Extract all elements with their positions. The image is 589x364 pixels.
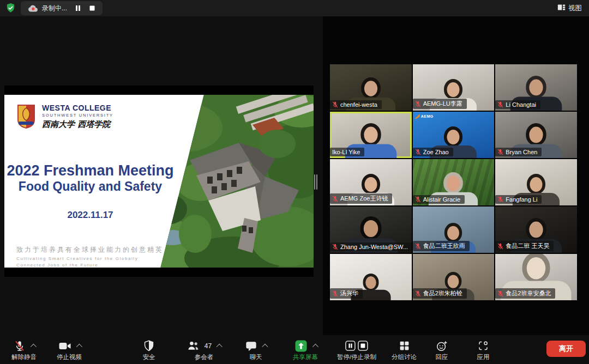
muted-mic-icon — [415, 290, 421, 297]
toolbar-pause-stop-recording-button[interactable]: 暂停/停止录制 — [337, 338, 376, 361]
breakout-icon — [399, 340, 410, 351]
cloud-recording-icon — [28, 4, 39, 12]
meeting-secure-shield-icon — [5, 3, 16, 13]
toolbar-reactions-button[interactable]: 回应 — [436, 338, 448, 361]
participant-name: Iko-LI Yike — [332, 149, 360, 155]
participant-tile[interactable]: 食品二班 王天昊 — [495, 207, 577, 253]
participant-name-tag: 食品2班章安桑北 — [495, 288, 555, 299]
toolbar-breakout-rooms-button[interactable]: 分组讨论 — [392, 338, 417, 361]
participant-name: Zoe Zhao — [423, 149, 449, 155]
participant-name-tag: chenfei-westa — [330, 100, 382, 109]
panel-resize-handle[interactable] — [314, 174, 317, 190]
toolbar-label: 应用 — [477, 353, 490, 361]
muted-mic-icon — [332, 196, 338, 202]
participant-name: Alistair Gracie — [423, 196, 460, 203]
chevron-up-icon[interactable] — [312, 343, 318, 349]
muted-mic-icon — [497, 149, 503, 155]
participant-name-tag: Alistair Gracie — [413, 195, 465, 204]
participant-name: 食品2班章安桑北 — [506, 289, 551, 298]
participant-name-tag: 汤兴华 — [330, 288, 363, 299]
participant-tile[interactable]: Li Changtai — [495, 64, 577, 111]
slide-footer: 致力于培养具有全球择业能力的创意精英 Cultivating Smart Cre… — [16, 245, 164, 268]
muted-mic-icon — [497, 101, 503, 108]
presentation-slide: WESTA COLLEGE SOUTHWEST UNIVERSITY 西南大学 … — [4, 95, 314, 268]
participant-name: AEMG Zoe王诗锐 — [340, 195, 388, 203]
participant-name: AEMG-LU李露 — [423, 100, 462, 108]
participant-tile[interactable]: Fangfang Li — [495, 159, 577, 205]
logo-subtitle: SOUTHWEST UNIVERSITY — [42, 113, 113, 118]
leave-meeting-button[interactable]: 离开 — [546, 341, 586, 357]
muted-mic-icon — [332, 244, 338, 250]
muted-mic-icon — [415, 149, 421, 155]
participant-tile[interactable]: Bryan Chen — [495, 112, 577, 158]
toolbar-chat-button[interactable]: 聊天 — [245, 338, 267, 361]
slide-title-line2: Food Quality and Safety — [4, 179, 176, 194]
toolbar-label: 安全 — [143, 353, 155, 361]
view-button[interactable]: 视图 — [557, 3, 582, 13]
slide-date: 2022.11.17 — [4, 210, 176, 221]
participant-name-tag: 食品二班 王天昊 — [495, 241, 554, 251]
toolbar-share-screen-button[interactable]: 共享屏幕 — [293, 338, 318, 361]
participant-tile[interactable]: 汤兴华 — [330, 254, 412, 300]
slide-footer-english-1: Cultivating Smart Creatives for the Glob… — [16, 256, 164, 261]
slide-footer-english-2: Connected Jobs of the Future — [16, 263, 164, 268]
shield-icon — [143, 340, 155, 351]
participant-tile[interactable]: Zhang Jun-Westa@SW... — [330, 207, 412, 253]
chevron-up-icon[interactable] — [262, 343, 268, 349]
muted-mic-icon — [497, 290, 503, 297]
logo-chinese-name: 西南大学 西塔学院 — [42, 119, 113, 130]
participant-name-tag: AEMG-LU李露 — [413, 99, 467, 109]
college-logo: WESTA COLLEGE SOUTHWEST UNIVERSITY 西南大学 … — [16, 104, 113, 130]
toolbar-unmute-button[interactable]: 解除静音 — [11, 338, 37, 361]
participant-tile[interactable]: AEMGZoe Zhao — [413, 112, 495, 158]
toolbar-label: 共享屏幕 — [293, 353, 318, 361]
participant-tile[interactable]: AEMG Zoe王诗锐 — [330, 159, 412, 205]
logo-title: WESTA COLLEGE — [42, 104, 113, 112]
participant-tile[interactable]: 食品2班朱柏铨 — [413, 254, 495, 300]
participant-name-tag: Zhang Jun-Westa@SW... — [330, 242, 412, 251]
chevron-up-icon[interactable] — [30, 343, 36, 349]
muted-mic-icon — [497, 243, 503, 250]
toolbar-participants-button[interactable]: 47参会者 — [187, 338, 221, 361]
participant-name-tag: Li Changtai — [495, 100, 540, 109]
video-icon — [58, 339, 71, 353]
toolbar-label: 解除静音 — [11, 353, 37, 361]
toolbar-apps-button[interactable]: 应用 — [477, 338, 490, 361]
chat-icon — [245, 340, 257, 352]
participant-name: 汤兴华 — [340, 289, 358, 298]
reaction-icon — [436, 340, 448, 352]
participant-tile[interactable]: Alistair Gracie — [413, 159, 495, 205]
participant-count: 47 — [205, 342, 212, 350]
top-bar: 录制中... 视图 — [0, 0, 589, 16]
muted-mic-icon — [332, 290, 338, 297]
toolbar-label: 聊天 — [250, 353, 262, 361]
pause-recording-button[interactable] — [75, 5, 81, 11]
toolbar-label: 暂停/停止录制 — [337, 353, 376, 361]
slide-footer-chinese: 致力于培养具有全球择业能力的创意精英 — [16, 245, 164, 254]
participant-tile[interactable]: 食品二班王欣雨 — [413, 207, 495, 253]
participant-name: Li Changtai — [506, 101, 536, 108]
chevron-up-icon[interactable] — [217, 343, 223, 349]
participant-tile[interactable]: 食品2班章安桑北 — [495, 254, 577, 300]
toolbar-stop-video-button[interactable]: 停止视频 — [57, 338, 82, 361]
toolbar-label: 回应 — [436, 353, 448, 361]
participant-name-tag: 食品二班王欣雨 — [413, 241, 470, 251]
meeting-toolbar: 解除静音停止视频安全47参会者聊天共享屏幕暂停/停止录制分组讨论回应应用 离开 — [0, 335, 589, 364]
participant-name-tag: AEMG Zoe王诗锐 — [330, 193, 392, 204]
participant-tile[interactable]: AEMG-LU李露 — [413, 64, 495, 111]
muted-mic-icon — [415, 101, 421, 107]
participant-name: Zhang Jun-Westa@SW... — [340, 244, 408, 250]
toolbar-label: 参会者 — [195, 353, 214, 361]
stop-recording-button[interactable] — [89, 5, 95, 11]
participant-tile[interactable]: Iko-LI Yike — [330, 112, 412, 158]
participant-name: Bryan Chen — [506, 149, 537, 155]
share-icon — [294, 339, 308, 353]
toolbar-security-button[interactable]: 安全 — [143, 338, 155, 361]
participant-name: 食品二班王欣雨 — [423, 242, 465, 250]
recording-status-label: 录制中... — [42, 4, 67, 13]
participant-tile[interactable]: chenfei-westa — [330, 64, 412, 111]
chevron-up-icon[interactable] — [76, 343, 82, 349]
aemg-logo: AEMG — [415, 114, 434, 119]
college-crest-icon — [16, 104, 36, 130]
rec-controls-icon — [345, 339, 368, 353]
